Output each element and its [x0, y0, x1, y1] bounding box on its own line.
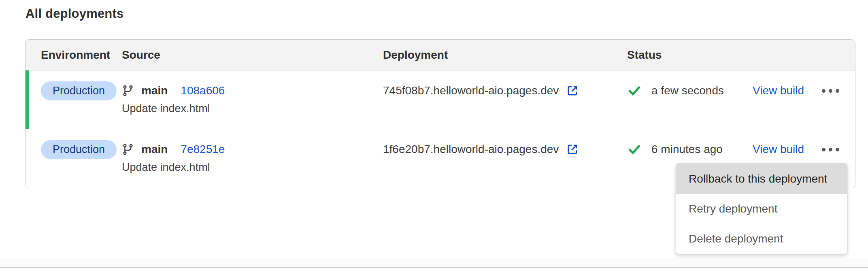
external-link-icon[interactable]: [566, 143, 579, 156]
environment-badge: Production: [41, 140, 117, 159]
external-link-icon[interactable]: [566, 84, 579, 98]
column-header-source: Source: [122, 49, 383, 62]
view-build-link[interactable]: View build: [753, 143, 804, 156]
git-branch-icon: [122, 85, 134, 97]
menu-item-rollback[interactable]: Rollback to this deployment: [676, 164, 847, 194]
deployment-url: 745f08b7.helloworld-aio.pages.dev: [383, 84, 559, 97]
deployment-url: 1f6e20b7.helloworld-aio.pages.dev: [383, 143, 559, 156]
current-deployment-indicator: [26, 70, 29, 129]
commit-link[interactable]: 108a606: [181, 84, 225, 97]
menu-item-delete[interactable]: Delete deployment: [676, 224, 847, 254]
column-header-environment: Environment: [41, 49, 122, 62]
commit-message: Update index.html: [122, 102, 383, 115]
branch-name: main: [141, 84, 168, 97]
column-header-deployment: Deployment: [383, 49, 627, 62]
table-header: Environment Source Deployment Status: [26, 40, 855, 70]
status-time: 6 minutes ago: [651, 143, 723, 156]
commit-message: Update index.html: [122, 161, 383, 174]
menu-item-retry[interactable]: Retry deployment: [676, 194, 847, 224]
status-time: a few seconds: [651, 84, 724, 97]
deployment-row: Production main 108a606 Update index.htm…: [26, 70, 855, 129]
view-build-link[interactable]: View build: [753, 84, 804, 97]
column-header-status: Status: [627, 49, 753, 62]
git-branch-icon: [122, 143, 134, 155]
deployment-context-menu: Rollback to this deployment Retry deploy…: [676, 164, 847, 254]
commit-link[interactable]: 7e8251e: [181, 143, 225, 156]
deployment-options-button[interactable]: [820, 144, 841, 155]
ellipsis-icon: [822, 89, 825, 93]
footer-area: [0, 258, 868, 268]
deployments-page: All deployments Environment Source Deplo…: [0, 0, 868, 268]
deployment-options-button[interactable]: [820, 85, 841, 97]
check-icon: [627, 83, 642, 98]
ellipsis-icon: [822, 148, 825, 151]
page-title: All deployments: [26, 6, 123, 21]
environment-badge: Production: [41, 81, 117, 100]
check-icon: [627, 142, 642, 157]
branch-name: main: [141, 143, 168, 156]
